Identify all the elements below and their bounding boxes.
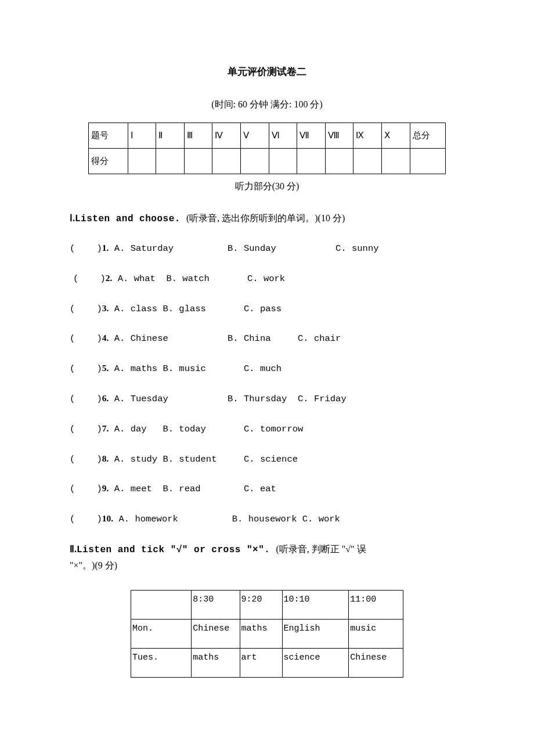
- question-item: ( )1. A. Saturday B. Sunday C. sunny: [70, 241, 464, 256]
- score-header-row: 题号 Ⅰ Ⅱ Ⅲ Ⅳ Ⅴ Ⅵ Ⅶ Ⅷ Ⅸ Ⅹ 总分: [89, 123, 446, 148]
- section2-title-bold: Listen and tick "√" or cross "×".: [77, 545, 276, 555]
- question-options: A. maths B. music C. much: [109, 363, 282, 374]
- score-row: 得分: [89, 148, 446, 174]
- question-options: A. what B. watch C. work: [112, 273, 285, 284]
- question-number: 8.: [102, 453, 109, 463]
- timetable-cell: 9:20: [240, 591, 282, 620]
- meta-line: (时间: 60 分钟 满分: 100 分): [70, 97, 464, 112]
- section2-title-rest2: "×"。)(9 分): [70, 560, 117, 570]
- timetable-cell: Chinese: [192, 620, 240, 649]
- question-item: ( )10. A. homework B. housework C. work: [70, 512, 464, 527]
- timetable-cell: 8:30: [192, 591, 240, 620]
- score-header-cell: 总分: [410, 123, 445, 148]
- question-options: A. study B. student C. science: [109, 454, 298, 465]
- answer-blank[interactable]: ( ): [70, 514, 102, 524]
- page-title: 单元评价测试卷二: [70, 64, 464, 80]
- question-item: ( )5. A. maths B. music C. much: [70, 361, 464, 376]
- question-item: ( )8. A. study B. student C. science: [70, 452, 464, 467]
- answer-blank[interactable]: ( ): [70, 484, 102, 494]
- answer-blank[interactable]: ( ): [70, 333, 102, 344]
- question-number: 4.: [102, 333, 109, 343]
- timetable-cell: 10:10: [282, 591, 349, 620]
- timetable-cell: art: [240, 649, 282, 678]
- score-row-label: 得分: [89, 148, 128, 174]
- question-item: ( )7. A. day B. today C. tomorrow: [70, 422, 464, 437]
- listening-header: 听力部分(30 分): [70, 179, 464, 194]
- section2-heading: Ⅱ.Listen and tick "√" or cross "×". (听录音…: [70, 542, 464, 573]
- section2-title-rest1: (听录音, 判断正 "√" 误: [276, 544, 366, 554]
- question-item: ( )3. A. class B. glass C. pass: [70, 301, 464, 316]
- question-number: 5.: [102, 363, 109, 373]
- answer-blank[interactable]: ( ): [73, 273, 106, 284]
- timetable-cell: maths: [240, 620, 282, 649]
- timetable-cell: English: [282, 620, 349, 649]
- question-options: A. meet B. read C. eat: [109, 484, 276, 494]
- score-header-cell: Ⅳ: [212, 123, 241, 148]
- question-number: 9.: [102, 483, 109, 493]
- question-number: 3.: [102, 303, 109, 313]
- question-options: A. Chinese B. China C. chair: [109, 333, 341, 344]
- question-options: A. day B. today C. tomorrow: [109, 424, 303, 434]
- timetable-header-row: 8:30 9:20 10:10 11:00: [131, 591, 403, 620]
- score-cell[interactable]: [410, 148, 445, 174]
- score-header-cell: Ⅴ: [241, 123, 269, 148]
- answer-blank[interactable]: ( ): [70, 424, 102, 434]
- answer-blank[interactable]: ( ): [70, 363, 102, 374]
- question-options: A. homework B. housework C. work: [113, 514, 340, 524]
- score-header-cell: Ⅰ: [128, 123, 156, 148]
- section1-title-rest: (听录音, 选出你所听到的单词。)(10 分): [186, 213, 345, 223]
- timetable-cell: maths: [192, 649, 240, 678]
- score-header-cell: Ⅵ: [269, 123, 297, 148]
- question-number: 10.: [102, 513, 113, 523]
- score-cell[interactable]: [269, 148, 297, 174]
- section1-heading: Ⅰ.Listen and choose. (听录音, 选出你所听到的单词。)(1…: [70, 211, 464, 227]
- question-item: ( )2. A. what B. watch C. work: [73, 271, 464, 286]
- answer-blank[interactable]: ( ): [70, 454, 102, 465]
- score-cell[interactable]: [325, 148, 353, 174]
- question-number: 7.: [102, 423, 109, 433]
- question-number: 6.: [102, 393, 109, 403]
- score-header-cell: Ⅸ: [353, 123, 382, 148]
- timetable-row: Mon. Chinese maths English music: [131, 620, 403, 649]
- score-cell[interactable]: [241, 148, 269, 174]
- score-cell[interactable]: [128, 148, 156, 174]
- score-header-cell: Ⅹ: [381, 123, 410, 148]
- score-header-cell: 题号: [89, 123, 128, 148]
- score-header-cell: Ⅱ: [156, 123, 185, 148]
- answer-blank[interactable]: ( ): [70, 394, 102, 404]
- question-item: ( )4. A. Chinese B. China C. chair: [70, 331, 464, 346]
- timetable-row: Tues. maths art science Chinese: [131, 649, 403, 678]
- section1-roman: Ⅰ.: [70, 213, 75, 223]
- question-list: ( )1. A. Saturday B. Sunday C. sunny( )2…: [70, 241, 464, 527]
- timetable-cell: Chinese: [349, 649, 403, 678]
- answer-blank[interactable]: ( ): [70, 243, 102, 254]
- question-options: A. Saturday B. Sunday C. sunny: [109, 243, 378, 254]
- score-cell[interactable]: [156, 148, 185, 174]
- timetable-cell: music: [349, 620, 403, 649]
- timetable-cell: Mon.: [131, 620, 192, 649]
- score-cell[interactable]: [212, 148, 241, 174]
- timetable-cell: 11:00: [349, 591, 403, 620]
- score-cell[interactable]: [381, 148, 410, 174]
- score-cell[interactable]: [184, 148, 212, 174]
- section1-title-bold: Listen and choose.: [75, 214, 186, 224]
- timetable-cell: Tues.: [131, 649, 192, 678]
- question-options: A. Tuesday B. Thursday C. Friday: [109, 394, 346, 404]
- section2-roman: Ⅱ.: [70, 544, 77, 554]
- score-table: 题号 Ⅰ Ⅱ Ⅲ Ⅳ Ⅴ Ⅵ Ⅶ Ⅷ Ⅸ Ⅹ 总分 得分: [88, 123, 446, 174]
- score-header-cell: Ⅶ: [297, 123, 326, 148]
- score-header-cell: Ⅲ: [184, 123, 212, 148]
- answer-blank[interactable]: ( ): [70, 304, 102, 314]
- timetable-cell: [131, 591, 192, 620]
- timetable-cell: science: [282, 649, 349, 678]
- question-options: A. class B. glass C. pass: [109, 304, 282, 314]
- question-item: ( )6. A. Tuesday B. Thursday C. Friday: [70, 391, 464, 406]
- question-number: 1.: [102, 243, 109, 253]
- timetable: 8:30 9:20 10:10 11:00 Mon. Chinese maths…: [131, 590, 403, 678]
- score-header-cell: Ⅷ: [325, 123, 353, 148]
- score-cell[interactable]: [297, 148, 326, 174]
- question-item: ( )9. A. meet B. read C. eat: [70, 481, 464, 496]
- question-number: 2.: [106, 273, 113, 283]
- score-cell[interactable]: [353, 148, 382, 174]
